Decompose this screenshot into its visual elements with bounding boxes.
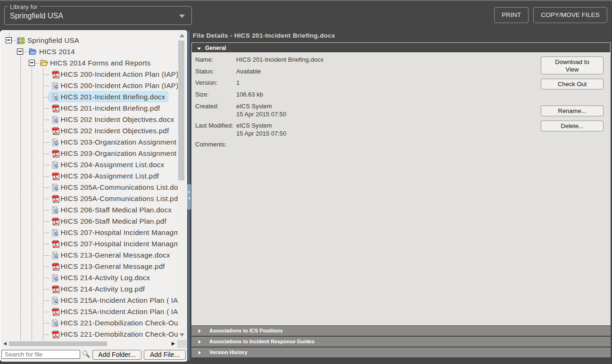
svg-text:W: W bbox=[55, 322, 58, 325]
svg-text:W: W bbox=[55, 85, 58, 88]
svg-text:W: W bbox=[55, 209, 58, 212]
svg-text:W: W bbox=[55, 232, 58, 235]
svg-text:W: W bbox=[55, 119, 58, 122]
svg-text:W: W bbox=[55, 277, 58, 280]
svg-text:W: W bbox=[55, 186, 58, 190]
svg-text:W: W bbox=[55, 299, 58, 303]
svg-text:W: W bbox=[55, 254, 58, 258]
svg-text:W: W bbox=[55, 141, 58, 145]
svg-text:W: W bbox=[55, 96, 58, 99]
svg-text:W: W bbox=[55, 164, 58, 167]
